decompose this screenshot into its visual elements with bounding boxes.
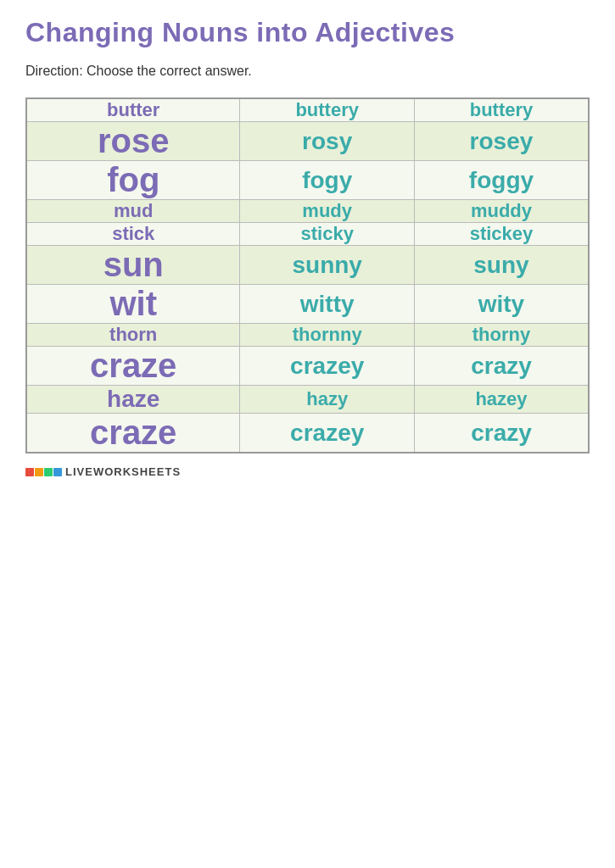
adj-option-1[interactable]: mudy — [302, 200, 352, 221]
table-row-opt1[interactable]: witty — [240, 285, 415, 324]
table-row-opt2[interactable]: suny — [414, 246, 589, 285]
table-row-opt1[interactable]: thornny — [240, 324, 415, 347]
logo-blocks — [25, 468, 62, 476]
adj-option-1[interactable]: sticky — [301, 223, 354, 244]
table-row-opt2[interactable]: stickey — [414, 223, 589, 246]
adj-option-2[interactable]: rosey — [470, 128, 534, 154]
adj-option-2[interactable]: foggy — [469, 167, 534, 193]
table-row-opt1[interactable]: buttery — [240, 98, 415, 122]
adj-option-2[interactable]: crazy — [471, 353, 532, 379]
adj-option-1[interactable]: witty — [300, 291, 355, 317]
adj-option-2[interactable]: wity — [478, 291, 524, 317]
footer-logo: LIVEWORKSHEETS — [25, 465, 181, 478]
direction-text: Direction: Choose the correct answer. — [25, 64, 590, 79]
adj-option-2[interactable]: thorny — [472, 324, 530, 345]
table-row-noun: mud — [26, 200, 240, 223]
table-row-opt2[interactable]: hazey — [414, 386, 589, 414]
table-row-opt2[interactable]: crazy — [414, 414, 589, 453]
adj-option-2[interactable]: stickey — [470, 223, 534, 244]
logo-block-red — [25, 468, 34, 476]
table-row-opt1[interactable]: crazey — [240, 414, 415, 453]
adj-option-1[interactable]: thornny — [293, 324, 362, 345]
table-row-noun: fog — [26, 161, 240, 200]
noun-word: haze — [107, 386, 159, 412]
adj-option-1[interactable]: rosy — [302, 128, 352, 154]
logo-block-orange — [35, 468, 43, 476]
adj-option-2[interactable]: muddy — [471, 200, 532, 221]
table-row-noun: sun — [26, 246, 240, 285]
noun-word: fog — [107, 161, 159, 198]
table-row-noun: craze — [26, 347, 240, 386]
page-title: Changing Nouns into Adjectives — [25, 17, 590, 48]
adj-option-2[interactable]: hazey — [475, 388, 527, 409]
noun-word: thorn — [109, 324, 157, 345]
noun-word: wit — [109, 285, 157, 322]
table-row-noun: haze — [26, 386, 240, 414]
worksheet-table: butter buttery buttery rose rosy rosey f… — [25, 97, 590, 453]
footer: LIVEWORKSHEETS — [25, 465, 590, 478]
adj-option-1[interactable]: buttery — [295, 99, 359, 120]
table-row-opt2[interactable]: foggy — [414, 161, 589, 200]
adj-option-2[interactable]: crazy — [471, 420, 532, 446]
table-row-opt1[interactable]: sticky — [240, 223, 415, 246]
table-row-opt1[interactable]: sunny — [240, 246, 415, 285]
table-row-opt2[interactable]: rosey — [414, 122, 589, 161]
table-row-noun: butter — [26, 98, 240, 122]
table-row-opt2[interactable]: wity — [414, 285, 589, 324]
noun-word: butter — [107, 99, 159, 120]
table-row-opt1[interactable]: hazy — [240, 386, 415, 414]
table-row-opt2[interactable]: muddy — [414, 200, 589, 223]
adj-option-2[interactable]: suny — [473, 252, 528, 278]
table-row-noun: thorn — [26, 324, 240, 347]
noun-word: craze — [90, 347, 176, 384]
table-row-noun: stick — [26, 223, 240, 246]
logo-block-blue — [53, 468, 62, 476]
noun-word: craze — [90, 414, 176, 451]
table-row-opt1[interactable]: mudy — [240, 200, 415, 223]
table-row-opt1[interactable]: fogy — [240, 161, 415, 200]
noun-word: stick — [112, 223, 154, 244]
footer-text: LIVEWORKSHEETS — [65, 465, 181, 478]
adj-option-1[interactable]: crazey — [290, 353, 364, 379]
adj-option-1[interactable]: crazey — [290, 420, 364, 446]
noun-word: sun — [103, 246, 164, 283]
table-row-noun: craze — [26, 414, 240, 453]
noun-word: mud — [114, 200, 153, 221]
table-row-opt2[interactable]: crazy — [414, 347, 589, 386]
table-row-opt2[interactable]: buttery — [414, 98, 589, 122]
table-row-opt1[interactable]: crazey — [240, 347, 415, 386]
table-row-noun: wit — [26, 285, 240, 324]
logo-block-green — [44, 468, 53, 476]
table-row-opt1[interactable]: rosy — [240, 122, 415, 161]
adj-option-2[interactable]: buttery — [470, 99, 534, 120]
noun-word: rose — [98, 122, 170, 159]
table-row-opt2[interactable]: thorny — [414, 324, 589, 347]
table-row-noun: rose — [26, 122, 240, 161]
adj-option-1[interactable]: hazy — [306, 388, 348, 409]
adj-option-1[interactable]: fogy — [302, 167, 352, 193]
adj-option-1[interactable]: sunny — [292, 252, 361, 278]
